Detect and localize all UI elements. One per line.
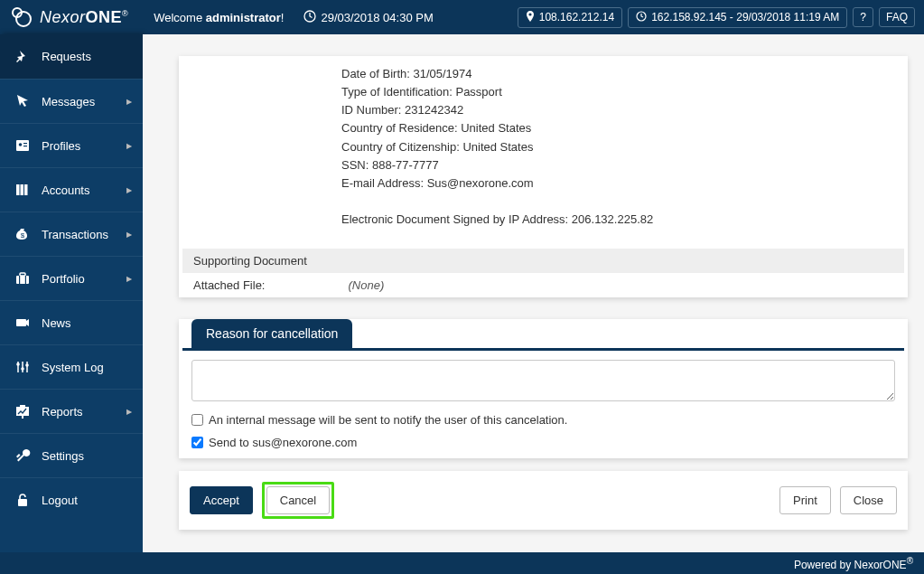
sidebar-item-system-log[interactable]: System Log	[0, 344, 143, 389]
svg-point-18	[16, 362, 20, 366]
print-button[interactable]: Print	[779, 486, 831, 514]
unlock-icon	[13, 492, 33, 508]
svg-rect-7	[23, 143, 27, 144]
attached-file-label: Attached File:	[193, 278, 266, 292]
svg-point-6	[19, 143, 23, 146]
svg-rect-11	[24, 184, 28, 195]
books-icon	[13, 182, 33, 198]
current-ip-box[interactable]: 108.162.212.14	[518, 7, 622, 28]
footer-bar: Powered by NexorONE®	[0, 552, 924, 574]
camera-icon	[13, 315, 33, 331]
svg-rect-24	[18, 499, 27, 506]
brand-logo: NexorONE®	[9, 5, 128, 30]
detail-email: E-mail Address: Sus@nexorone.com	[341, 174, 891, 193]
sidebar-item-news[interactable]: News	[0, 300, 143, 344]
svg-text:$: $	[21, 231, 25, 240]
svg-rect-22	[20, 405, 25, 407]
sliders-icon	[13, 359, 33, 375]
internal-message-row: An internal message will be sent to noti…	[191, 413, 895, 427]
thumbtack-icon	[13, 49, 33, 65]
footer-brand: NexorONE	[854, 559, 907, 571]
chevron-right-icon: ▶	[126, 186, 132, 194]
brand-reg: ®	[122, 9, 128, 18]
user-card-icon	[13, 137, 33, 154]
svg-rect-23	[22, 416, 23, 419]
faq-button[interactable]: FAQ	[879, 7, 915, 27]
last-login-text: 162.158.92.145 - 29/03/2018 11:19 AM	[651, 11, 839, 24]
sidebar-nav: RequestsMessages▶Profiles▶Accounts▶$Tran…	[0, 34, 143, 552]
chevron-right-icon: ▶	[126, 408, 132, 416]
sidebar-item-label: Settings	[42, 449, 84, 463]
detail-id-type: Type of Identification: Passport	[341, 83, 891, 101]
cancel-button[interactable]: Cancel	[266, 486, 330, 514]
chevron-right-icon: ▶	[126, 231, 132, 239]
sidebar-item-portfolio[interactable]: Portfolio▶	[0, 256, 143, 300]
last-login-box[interactable]: 162.158.92.145 - 29/03/2018 11:19 AM	[628, 7, 847, 28]
sidebar-item-label: Logout	[42, 494, 78, 507]
sendto-label[interactable]: Send to sus@nexorone.com	[209, 436, 357, 449]
top-header: NexorONE® Welcome administrator! 29/03/2…	[0, 0, 924, 34]
wrench-icon	[13, 447, 33, 464]
sendto-checkbox[interactable]	[191, 437, 203, 448]
cancellation-reason-textarea[interactable]	[191, 360, 895, 401]
chevron-right-icon: ▶	[126, 275, 132, 283]
svg-rect-16	[25, 276, 26, 284]
close-button[interactable]: Close	[840, 486, 897, 514]
tab-reason[interactable]: Reason for cancellation	[191, 319, 352, 348]
svg-rect-15	[19, 276, 20, 284]
sidebar-item-transactions[interactable]: $Transactions▶	[0, 212, 143, 256]
detail-id-number: ID Number: 231242342	[341, 101, 891, 119]
detail-signed-ip: Electronic Document Signed by IP Address…	[341, 211, 891, 229]
sidebar-item-settings[interactable]: Settings	[0, 433, 143, 477]
actions-bar: Accept Cancel Print Close	[179, 471, 908, 530]
detail-dob: Date of Birth: 31/05/1974	[341, 65, 891, 83]
details-info: Date of Birth: 31/05/1974 Type of Identi…	[179, 56, 908, 245]
suitcase-icon	[13, 270, 33, 287]
details-panel: Date of Birth: 31/05/1974 Type of Identi…	[179, 56, 908, 297]
svg-rect-10	[21, 184, 24, 195]
header-datetime-text: 29/03/2018 04:30 PM	[321, 11, 433, 24]
svg-point-20	[25, 363, 29, 367]
sidebar-item-accounts[interactable]: Accounts▶	[0, 167, 143, 212]
internal-message-checkbox[interactable]	[191, 414, 203, 426]
detail-ssn: SSN: 888-77-7777	[341, 156, 891, 174]
sidebar-item-label: Accounts	[42, 183, 89, 197]
sidebar-item-label: Messages	[42, 95, 95, 108]
chart-icon	[13, 403, 33, 419]
cancel-highlight: Cancel	[262, 482, 334, 519]
chevron-right-icon: ▶	[126, 142, 132, 150]
cancellation-tabs: Reason for cancellation	[182, 319, 904, 351]
svg-point-19	[21, 367, 24, 371]
sidebar-item-label: System Log	[42, 361, 104, 374]
main-area: Date of Birth: 31/05/1974 Type of Identi…	[143, 34, 924, 552]
cancellation-panel: Reason for cancellation An internal mess…	[179, 319, 908, 458]
svg-rect-17	[16, 319, 26, 326]
location-pin-icon	[526, 11, 535, 24]
sidebar-item-logout[interactable]: Logout	[0, 477, 143, 522]
welcome-prefix: Welcome	[154, 11, 206, 24]
sidebar-item-label: Portfolio	[42, 272, 85, 286]
attached-file-value: (None)	[349, 278, 385, 292]
accept-button[interactable]: Accept	[190, 486, 253, 514]
help-button[interactable]: ?	[853, 7, 873, 27]
detail-residence: Country of Residence: United States	[341, 119, 891, 137]
current-ip-text: 108.162.212.14	[539, 11, 614, 24]
sidebar-item-profiles[interactable]: Profiles▶	[0, 123, 143, 167]
money-bag-icon: $	[13, 226, 33, 242]
clock-small-icon	[636, 11, 647, 24]
welcome-suffix: !	[281, 11, 285, 24]
sidebar-item-label: Transactions	[42, 228, 108, 241]
detail-citizen: Country of Citizenship: United States	[341, 138, 891, 156]
internal-message-label[interactable]: An internal message will be sent to noti…	[209, 413, 567, 427]
sendto-row: Send to sus@nexorone.com	[191, 436, 895, 449]
sidebar-item-requests[interactable]: Requests	[0, 34, 143, 79]
welcome-user: administrator	[206, 11, 281, 24]
svg-point-0	[16, 12, 31, 26]
svg-rect-9	[16, 184, 20, 195]
footer-prefix: Powered by	[794, 559, 854, 571]
brand-name-b: ONE	[86, 8, 123, 26]
supporting-doc-header: Supporting Document	[182, 249, 904, 273]
sidebar-item-messages[interactable]: Messages▶	[0, 79, 143, 123]
sidebar-item-reports[interactable]: Reports▶	[0, 389, 143, 433]
header-datetime: 29/03/2018 04:30 PM	[303, 10, 433, 25]
